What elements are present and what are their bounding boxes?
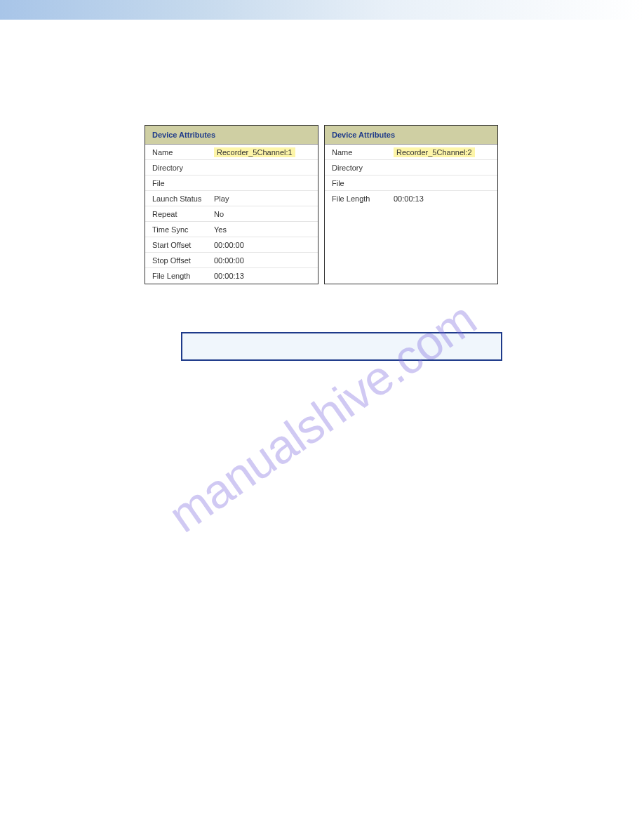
table-row: Name Recorder_5Channel:2 xyxy=(325,145,497,160)
table-row: Start Offset 00:00:00 xyxy=(145,237,318,253)
row-label: File xyxy=(332,179,394,187)
device-attributes-panel-2: Device Attributes Name Recorder_5Channel… xyxy=(324,125,498,284)
row-label: Time Sync xyxy=(152,225,214,234)
row-label: Directory xyxy=(332,164,394,172)
row-value: Recorder_5Channel:1 xyxy=(214,148,311,157)
highlighted-value: Recorder_5Channel:1 xyxy=(214,147,295,157)
row-value: 00:00:00 xyxy=(214,241,311,249)
watermark-text: manualshive.com xyxy=(159,291,485,543)
row-label: Launch Status xyxy=(152,194,214,203)
table-row: Directory xyxy=(325,160,497,176)
table-row: File Length 00:00:13 xyxy=(145,268,318,284)
row-label: Name xyxy=(332,148,394,157)
row-value: 00:00:00 xyxy=(214,256,311,265)
row-label: File xyxy=(152,179,214,187)
table-row: Repeat No xyxy=(145,206,318,222)
device-attributes-panel-1: Device Attributes Name Recorder_5Channel… xyxy=(145,125,318,284)
row-label: Directory xyxy=(152,164,214,172)
top-gradient-bar xyxy=(0,0,644,20)
table-row: Name Recorder_5Channel:1 xyxy=(145,145,318,160)
panel-2-header: Device Attributes xyxy=(325,126,497,145)
row-label: Start Offset xyxy=(152,241,214,249)
table-row: Directory xyxy=(145,160,318,176)
row-value: 00:00:13 xyxy=(214,272,311,280)
panels-container: Device Attributes Name Recorder_5Channel… xyxy=(0,20,644,284)
row-label: Stop Offset xyxy=(152,256,214,265)
info-box xyxy=(181,332,502,361)
table-row: File xyxy=(325,176,497,191)
highlighted-value: Recorder_5Channel:2 xyxy=(394,147,475,157)
row-label: File Length xyxy=(152,272,214,280)
row-label: File Length xyxy=(332,194,394,203)
row-value: 00:00:13 xyxy=(394,194,490,203)
panel-1-header: Device Attributes xyxy=(145,126,318,145)
table-row: Launch Status Play xyxy=(145,191,318,206)
table-row: File Length 00:00:13 xyxy=(325,191,497,206)
row-value: Recorder_5Channel:2 xyxy=(394,148,490,157)
row-value: Play xyxy=(214,194,311,203)
table-row: Stop Offset 00:00:00 xyxy=(145,253,318,268)
row-label: Name xyxy=(152,148,214,157)
table-row: Time Sync Yes xyxy=(145,222,318,237)
row-value: Yes xyxy=(214,225,311,234)
row-value: No xyxy=(214,210,311,218)
row-label: Repeat xyxy=(152,210,214,218)
table-row: File xyxy=(145,176,318,191)
